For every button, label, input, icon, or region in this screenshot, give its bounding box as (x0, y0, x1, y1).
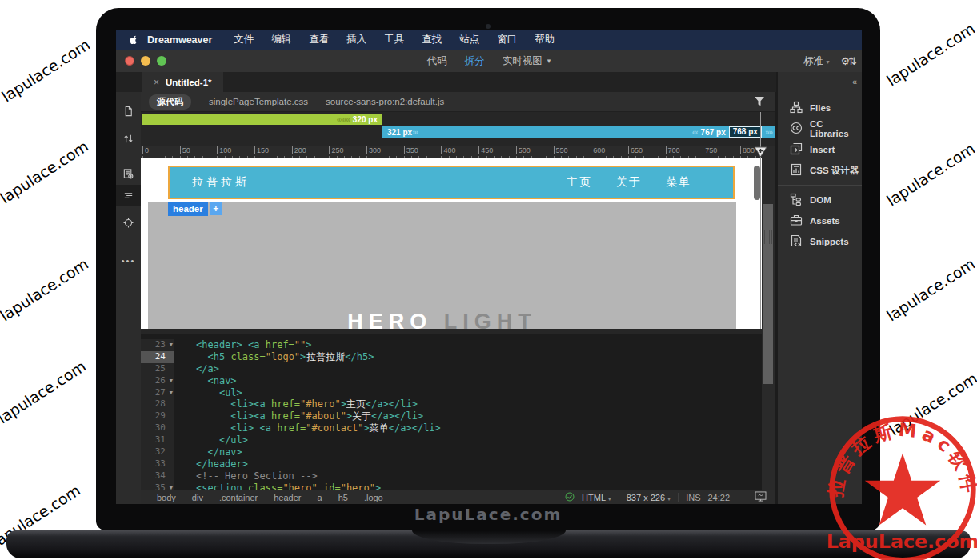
tag-selector-div[interactable]: div (192, 493, 203, 502)
code-text[interactable]: </a> (174, 363, 219, 375)
code-text[interactable]: </header> (174, 458, 248, 470)
view-mode-代码[interactable]: 代码 (427, 54, 447, 68)
main-scrollbar-track[interactable] (762, 146, 775, 490)
workspace-switcher[interactable]: 标准 ▾ (803, 54, 830, 68)
breakpoint-768-box[interactable]: 768 px (729, 126, 762, 138)
live-view-options-icon[interactable] (116, 163, 141, 185)
chevron-down-icon: ▾ (547, 57, 551, 65)
panel-tab-insert[interactable]: Insert (778, 139, 862, 160)
preferences-gear-icon[interactable]: ⚙⇅ (840, 55, 855, 67)
live-view-scrollbar-thumb[interactable] (754, 166, 760, 200)
menu-item-查找[interactable]: 查找 (413, 34, 450, 45)
apple-menu-icon[interactable] (129, 34, 139, 46)
related-file-0[interactable]: 源代码 (149, 94, 191, 110)
media-query-green-segment[interactable]: «««‹ 320 px (142, 114, 382, 125)
panel-tab-label: DOM (810, 195, 831, 205)
line-number: 31 (141, 434, 174, 446)
panel-tab-files[interactable]: Files (778, 98, 862, 118)
close-tab-icon[interactable]: × (154, 77, 159, 88)
media-query-blue-segment[interactable]: 321 px ›» «‹ 767 px 768 px »» (382, 126, 775, 138)
element-tag-badge[interactable]: header + (168, 201, 224, 217)
live-view[interactable]: HERO LIGHT 拉普拉斯 主页关于菜单 header + (141, 158, 762, 329)
code-text[interactable]: <h5 class="logo">拉普拉斯</h5> (174, 351, 374, 363)
menu-item-插入[interactable]: 插入 (338, 34, 375, 45)
tag-selector-header[interactable]: header (274, 493, 301, 502)
related-file-2[interactable]: source-sans-pro:n2:default.js (326, 97, 444, 106)
ruler-label: 250 (329, 146, 343, 154)
webcam-dot (486, 24, 491, 29)
nav-link-菜单[interactable]: 菜单 (666, 175, 691, 190)
media-query-bar: «««‹ 320 px 321 px ›» «‹ 767 px 768 px »… (141, 112, 775, 146)
open-documents-icon[interactable] (116, 100, 141, 122)
lint-ok-icon[interactable] (565, 492, 575, 503)
fold-arrow-icon[interactable]: ▼ (166, 339, 173, 351)
code-text[interactable]: <!-- Hero Section --> (174, 470, 318, 482)
code-text[interactable]: <li><a href="#hero">主页</a></li> (174, 398, 418, 410)
tag-selector-container[interactable]: .container (219, 493, 258, 502)
related-file-1[interactable]: singlePageTemplate.css (209, 97, 308, 106)
code-text[interactable]: <section class="hero" id="hero"> (174, 482, 381, 490)
menu-item-工具[interactable]: 工具 (375, 34, 413, 45)
code-text[interactable]: <ul> (174, 387, 242, 399)
file-management-icon[interactable] (116, 128, 141, 150)
window-size-dropdown[interactable]: 837 x 226 ▾ (627, 493, 671, 502)
code-text[interactable]: <li> <a href="#contact">菜单</a></li> (174, 422, 441, 434)
code-text[interactable]: <nav> (174, 375, 237, 387)
fold-arrow-icon[interactable]: ▼ (166, 387, 173, 399)
minimize-window-button[interactable] (141, 56, 150, 66)
code-text[interactable]: </ul> (174, 434, 248, 446)
menu-item-查看[interactable]: 查看 (300, 34, 338, 45)
code-text[interactable]: <header> <a href=""> (174, 339, 312, 351)
dom-icon (790, 193, 803, 207)
menu-bar: Dreamweaver 文件编辑查看插入工具查找站点窗口帮助 (116, 30, 862, 50)
fold-arrow-icon[interactable]: ▼ (166, 482, 173, 490)
panel-tab-cc[interactable]: CC Libraries (778, 118, 862, 139)
viewport-scrubber-handle[interactable] (754, 146, 767, 160)
svg-text:LapuLace.com: LapuLace.com (827, 530, 977, 553)
split-view-divider[interactable] (141, 329, 762, 334)
menu-item-窗口[interactable]: 窗口 (488, 34, 526, 45)
tag-selector-h5[interactable]: h5 (338, 493, 348, 502)
tag-selector-logo[interactable]: .logo (364, 493, 383, 502)
ruler-label: 300 (366, 146, 381, 154)
collapse-panels-icon[interactable]: « (852, 77, 857, 86)
menu-item-帮助[interactable]: 帮助 (526, 34, 563, 45)
format-source-icon[interactable] (116, 185, 141, 206)
close-window-button[interactable] (125, 56, 134, 66)
panel-divider (778, 185, 862, 186)
customize-toolbar-icon[interactable]: ••• (116, 250, 141, 271)
tag-selector-body[interactable]: body (157, 493, 176, 502)
status-bar: bodydiv.containerheaderah5.logo HTML ▾ 8… (141, 490, 775, 504)
nav-link-关于[interactable]: 关于 (616, 175, 642, 190)
site-logo-text[interactable]: 拉普拉斯 (190, 175, 250, 190)
inspect-mode-icon[interactable] (116, 212, 141, 234)
fold-arrow-icon[interactable]: ▼ (166, 375, 173, 387)
view-mode-拆分[interactable]: 拆分 (465, 54, 485, 68)
hero-section-preview[interactable]: HERO LIGHT (148, 202, 736, 329)
menu-item-编辑[interactable]: 编辑 (262, 34, 300, 45)
selected-header-element[interactable]: 拉普拉斯 主页关于菜单 (168, 166, 735, 199)
code-line: 24 <h5 class="logo">拉普拉斯</h5> (141, 351, 762, 363)
watermark-text: lapulace.com (0, 35, 93, 105)
bezel-brand-text: LapuLace.com (96, 505, 880, 524)
view-mode-实时视图[interactable]: 实时视图 (503, 54, 543, 68)
panel-tab-assets[interactable]: Assets (778, 210, 862, 231)
tab-untitled-1[interactable]: × Untitled-1* (142, 72, 223, 92)
filter-funnel-icon[interactable] (754, 96, 765, 109)
code-view[interactable]: 23▼<header> <a href="">24 <h5 class="log… (141, 334, 762, 490)
code-text[interactable]: </nav> (174, 446, 242, 458)
doc-type-dropdown[interactable]: HTML ▾ (582, 493, 611, 502)
tag-selector-a[interactable]: a (318, 493, 322, 502)
panel-tab-snippets[interactable]: Snippets (778, 231, 862, 252)
add-element-plus-icon[interactable]: + (210, 202, 222, 215)
nav-link-主页[interactable]: 主页 (567, 175, 592, 190)
app-name[interactable]: Dreamweaver (147, 34, 212, 46)
chevron-down-icon: ▾ (608, 495, 611, 502)
panel-tab-css[interactable]: CSS 设计器 (778, 160, 862, 181)
code-text[interactable]: <li><a href="#about">关于</a></li> (174, 410, 423, 422)
zoom-window-button[interactable] (157, 56, 166, 66)
menu-item-站点[interactable]: 站点 (450, 34, 488, 45)
panel-tab-dom[interactable]: DOM (778, 190, 862, 210)
menu-item-文件[interactable]: 文件 (225, 34, 262, 45)
preview-in-browser-icon[interactable] (755, 491, 767, 503)
